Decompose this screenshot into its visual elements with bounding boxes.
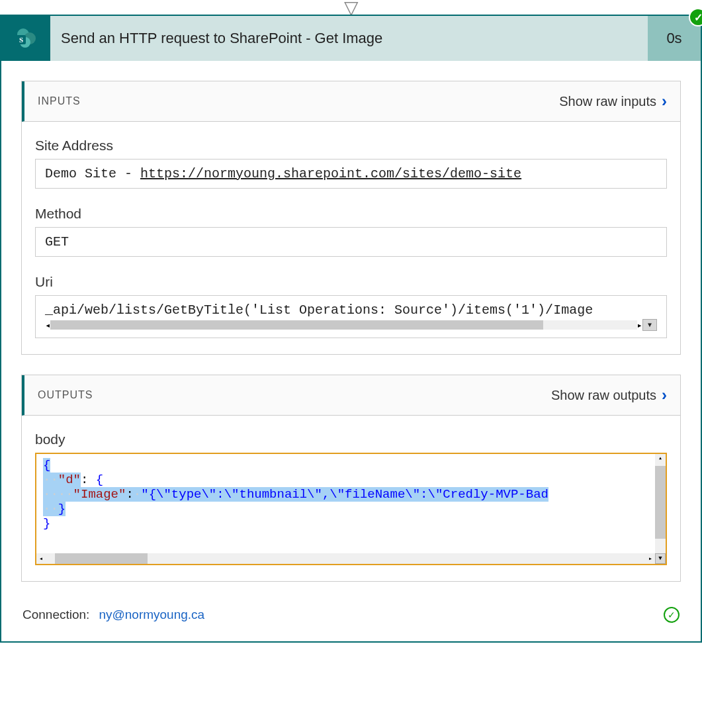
chevron-right-icon: ›	[662, 92, 667, 111]
dropdown-icon[interactable]: ▼	[655, 553, 666, 564]
card-body: INPUTS Show raw inputs › Site Address De…	[1, 61, 701, 641]
scroll-track[interactable]	[50, 320, 636, 330]
status-success-badge: ✓	[689, 8, 702, 26]
uri-value-box[interactable]: _api/web/lists/GetByTitle('List Operatio…	[35, 295, 667, 338]
method-value[interactable]: GET	[35, 227, 667, 257]
body-label: body	[35, 432, 667, 447]
check-icon: ✓	[694, 11, 703, 24]
method-field: Method GET	[35, 206, 667, 257]
show-raw-inputs-label: Show raw inputs	[559, 94, 656, 109]
scroll-left-icon[interactable]: ◂	[36, 555, 46, 563]
svg-text:S: S	[19, 36, 23, 44]
scroll-thumb[interactable]	[50, 320, 543, 330]
connection-row: Connection: ny@normyoung.ca ✓	[21, 602, 681, 628]
outputs-section-header: OUTPUTS Show raw outputs ›	[22, 375, 680, 416]
dropdown-icon[interactable]: ▼	[642, 319, 657, 331]
connection-success-icon: ✓	[664, 607, 680, 623]
scroll-right-icon[interactable]: ▸	[646, 555, 655, 563]
scroll-up-icon[interactable]: ▴	[655, 454, 666, 462]
scroll-right-icon[interactable]: ▸	[637, 320, 642, 331]
site-address-value[interactable]: Demo Site - https://normyoung.sharepoint…	[35, 159, 667, 189]
connection-label: Connection:	[22, 608, 89, 622]
site-address-field: Site Address Demo Site - https://normyou…	[35, 138, 667, 189]
uri-scrollbar[interactable]: ◂ ▸ ▼	[45, 319, 657, 331]
body-field: body { ··"d": { ····"Image":·"{\"type\":…	[35, 432, 667, 565]
action-title: Send an HTTP request to SharePoint - Get…	[50, 30, 648, 47]
site-prefix: Demo Site -	[45, 166, 140, 181]
uri-label: Uri	[35, 274, 667, 290]
uri-field: Uri _api/web/lists/GetByTitle('List Oper…	[35, 274, 667, 338]
vertical-scrollbar[interactable]: ▴	[655, 454, 666, 553]
show-raw-outputs-label: Show raw outputs	[551, 388, 656, 403]
site-address-label: Site Address	[35, 138, 667, 154]
card-header[interactable]: S Send an HTTP request to SharePoint - G…	[1, 16, 701, 61]
connection-link[interactable]: ny@normyoung.ca	[99, 608, 204, 622]
method-label: Method	[35, 206, 667, 222]
scroll-thumb-h[interactable]	[55, 553, 148, 564]
inputs-section-header: INPUTS Show raw inputs ›	[22, 81, 680, 122]
scroll-left-icon[interactable]: ◂	[45, 320, 50, 331]
outputs-title: OUTPUTS	[38, 389, 93, 401]
horizontal-scrollbar[interactable]: ◂ ▸	[36, 553, 655, 564]
chevron-right-icon: ›	[662, 386, 667, 404]
inputs-section: INPUTS Show raw inputs › Site Address De…	[21, 81, 681, 355]
action-card: ✓ S Send an HTTP request to SharePoint -…	[0, 15, 702, 643]
site-url-link[interactable]: https://normyoung.sharepoint.com/sites/d…	[140, 166, 521, 181]
json-content[interactable]: { ··"d": { ····"Image":·"{\"type\":\"thu…	[36, 454, 666, 535]
scroll-thumb-v[interactable]	[655, 466, 666, 539]
show-raw-inputs-button[interactable]: Show raw inputs ›	[559, 92, 667, 111]
uri-value: _api/web/lists/GetByTitle('List Operatio…	[45, 302, 593, 318]
show-raw-outputs-button[interactable]: Show raw outputs ›	[551, 386, 667, 404]
body-value-box[interactable]: { ··"d": { ····"Image":·"{\"type\":\"thu…	[35, 453, 667, 565]
sharepoint-icon: S	[1, 16, 50, 61]
outputs-section: OUTPUTS Show raw outputs › body { ··"d":…	[21, 375, 681, 582]
inputs-title: INPUTS	[38, 95, 81, 107]
